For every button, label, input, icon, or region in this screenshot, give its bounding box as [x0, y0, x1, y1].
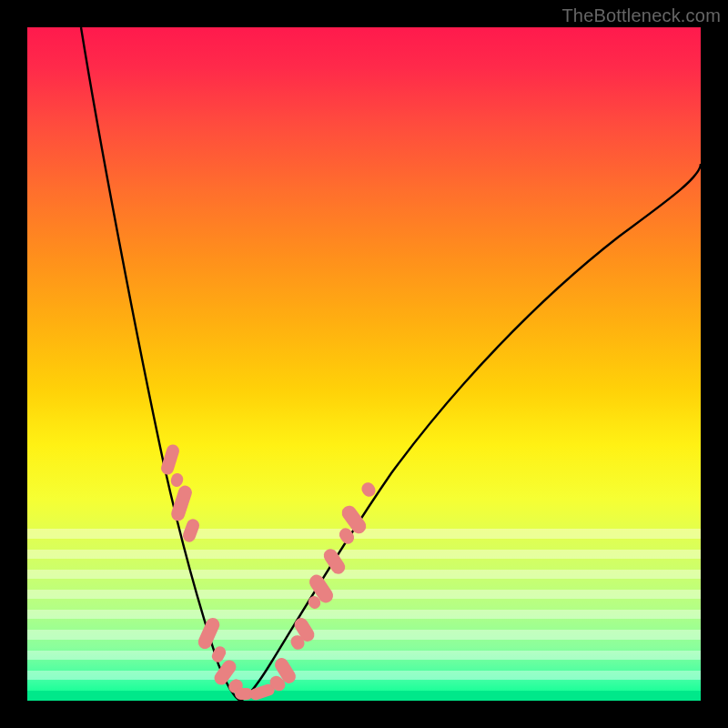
attribution-text: TheBottleneck.com: [561, 5, 721, 26]
curve-right: [240, 164, 701, 701]
curve-left: [81, 27, 240, 701]
plot-area: [27, 27, 701, 701]
curve-layer: [27, 27, 701, 701]
chart-frame: TheBottleneck.com: [0, 0, 728, 728]
